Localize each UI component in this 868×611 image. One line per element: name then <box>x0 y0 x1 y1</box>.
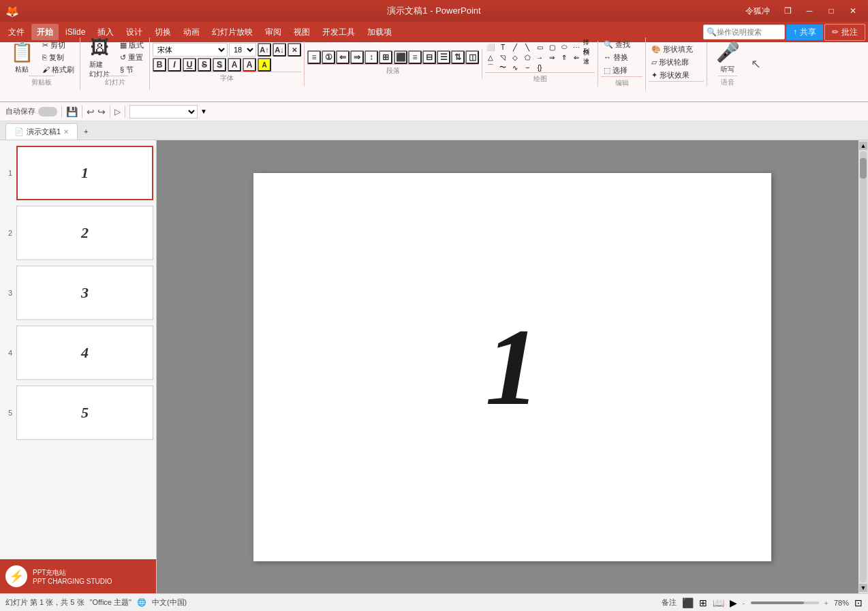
align-right-button[interactable]: ⊟ <box>422 50 436 64</box>
notes-button[interactable]: 备注 <box>662 597 677 608</box>
increase-indent-button[interactable]: ⇒ <box>350 50 364 64</box>
bold-button[interactable]: B <box>153 58 166 72</box>
menu-addins[interactable]: 加载项 <box>362 24 397 40</box>
layout-button[interactable]: ▦ 版式 <box>117 40 146 51</box>
align-center-button[interactable]: ≡ <box>408 50 422 64</box>
highlight-button[interactable]: A <box>258 58 271 72</box>
more-button[interactable]: ▼ <box>200 108 207 115</box>
shape-rtri[interactable]: ◹ <box>497 52 508 62</box>
shape-arc[interactable]: ⌣ <box>522 63 533 72</box>
zoom-bar[interactable] <box>751 601 819 604</box>
reading-view-button[interactable]: 📖 <box>713 597 724 608</box>
menu-review[interactable]: 审阅 <box>260 24 287 40</box>
shape-line[interactable]: ╱ <box>510 42 521 52</box>
slide-tab-1[interactable]: 📄 演示文稿1 ✕ <box>5 123 78 140</box>
shape-freeform[interactable]: 〜 <box>497 63 508 72</box>
new-slide-button[interactable]: 🖼 新建 幻灯片 <box>83 39 116 76</box>
share-button[interactable]: ↑ 共享 <box>786 25 823 40</box>
shape-curve[interactable]: ⌒ <box>485 63 496 72</box>
shape-penta[interactable]: ⬠ <box>522 52 533 62</box>
minimize-button[interactable]: ─ <box>800 4 819 18</box>
slide-item-3[interactable]: 3 3 <box>3 266 153 320</box>
search-input[interactable] <box>717 28 785 36</box>
slide-thumb-4[interactable]: 4 <box>16 326 153 380</box>
review-button[interactable]: ✏ 批注 <box>824 24 865 41</box>
shape-arrow[interactable]: → <box>534 52 545 62</box>
shape-outline-button[interactable]: ▱ 形状轮廓 <box>649 57 704 68</box>
restore-mode-button[interactable]: ❐ <box>778 4 797 18</box>
slide-sorter-button[interactable]: ⊞ <box>699 597 707 608</box>
shape-textbox[interactable]: ⬜ <box>485 42 496 52</box>
shape-tri[interactable]: △ <box>485 52 496 62</box>
close-button[interactable]: ✕ <box>843 4 863 18</box>
reset-button[interactable]: ↺ 重置 <box>117 52 146 63</box>
zoom-minus[interactable]: - <box>743 599 745 607</box>
slide-thumb-3[interactable]: 3 <box>16 266 153 320</box>
select-button[interactable]: ⬚ 选择 <box>601 65 642 76</box>
slide-thumb-5[interactable]: 5 <box>16 386 153 440</box>
underline-button[interactable]: U <box>183 58 196 72</box>
char-spacing-button[interactable]: A <box>228 58 241 72</box>
clear-format-button[interactable]: ✕ <box>288 43 301 57</box>
slide-canvas[interactable]: 1 <box>253 173 771 561</box>
decrease-font-button[interactable]: A↓ <box>273 43 286 57</box>
slide-item-4[interactable]: 4 4 <box>3 326 153 380</box>
increase-font-button[interactable]: A↑ <box>258 43 271 57</box>
slide-item-1[interactable]: 1 1 <box>3 146 153 200</box>
find-button[interactable]: 🔍 查找 <box>601 39 642 50</box>
menu-view[interactable]: 视图 <box>288 24 315 40</box>
convert-to-smartart-button[interactable]: ◫ <box>465 50 479 64</box>
line-spacing-button[interactable]: ↕ <box>365 50 378 64</box>
quick-access-select[interactable] <box>129 105 198 119</box>
shadow-button[interactable]: S <box>213 58 226 72</box>
quick-style-btn[interactable]: 快速 <box>583 52 594 62</box>
slideshow-view-button[interactable]: ▶ <box>730 597 737 608</box>
shape-arrow2[interactable]: ⇒ <box>546 52 557 62</box>
format-paint-button[interactable]: 🖌 格式刷 <box>40 64 77 76</box>
shape-fill-button[interactable]: 🎨 形状填充 <box>649 44 704 55</box>
autosave-toggle[interactable] <box>38 107 57 116</box>
menu-transition[interactable]: 切换 <box>149 24 176 40</box>
cut-button[interactable]: ✂ 剪切 <box>40 40 77 51</box>
normal-view-button[interactable]: ⬛ <box>682 597 694 608</box>
shape-oval[interactable]: ⬭ <box>559 42 570 52</box>
font-family-select[interactable]: 宋体 <box>153 43 228 57</box>
text-direction-button[interactable]: ⇅ <box>451 50 465 64</box>
maximize-button[interactable]: □ <box>822 4 841 18</box>
copy-button[interactable]: ⎘ 复制 <box>40 52 77 63</box>
align-left-button[interactable]: ⬛ <box>394 50 407 64</box>
zoom-level[interactable]: 78% <box>834 599 849 607</box>
shape-more[interactable]: ⋯ <box>571 42 582 52</box>
slide-thumb-2[interactable]: 2 <box>16 206 153 260</box>
columns-button[interactable]: ⊞ <box>379 50 392 64</box>
slide-thumb-1[interactable]: 1 <box>16 146 153 200</box>
justify-button[interactable]: ☰ <box>437 50 450 64</box>
canvas-scrollbar[interactable]: ▲ ▼ <box>858 140 868 593</box>
replace-button[interactable]: ↔ 替换 <box>601 52 642 63</box>
shape-effect-button[interactable]: ✦ 形状效果 <box>649 69 704 81</box>
shape-arrow3[interactable]: ⇑ <box>559 52 570 62</box>
font-color-button[interactable]: A <box>243 58 256 72</box>
shape-arrow4[interactable]: ⇐ <box>571 52 582 62</box>
undo-button[interactable]: ↩ <box>87 106 95 117</box>
dictate-button[interactable]: 🎤 听写 <box>711 39 744 76</box>
bullet-button[interactable]: ≡ <box>307 50 321 64</box>
menu-slideshow[interactable]: 幻灯片放映 <box>206 24 258 40</box>
scroll-thumb[interactable] <box>860 158 867 178</box>
zoom-plus[interactable]: + <box>824 599 828 607</box>
fit-window-button[interactable]: ⊡ <box>854 597 863 608</box>
save-button[interactable]: 💾 <box>66 106 78 117</box>
slide-item-2[interactable]: 2 2 <box>3 206 153 260</box>
present-button[interactable]: ▷ <box>114 107 121 116</box>
font-size-select[interactable]: 18 <box>229 43 256 57</box>
shape-text[interactable]: T <box>497 42 508 52</box>
slide-tab-new[interactable]: + <box>78 123 94 140</box>
shape-bracket[interactable]: {} <box>534 63 545 72</box>
shape-rect[interactable]: ▭ <box>534 42 545 52</box>
strikethrough-button[interactable]: S <box>198 58 211 72</box>
shape-rounded-rect[interactable]: ▢ <box>546 42 557 52</box>
num-list-button[interactable]: ① <box>322 50 335 64</box>
italic-button[interactable]: I <box>168 58 181 72</box>
scroll-down-button[interactable]: ▼ <box>859 584 867 592</box>
slide-item-5[interactable]: 5 5 <box>3 386 153 440</box>
